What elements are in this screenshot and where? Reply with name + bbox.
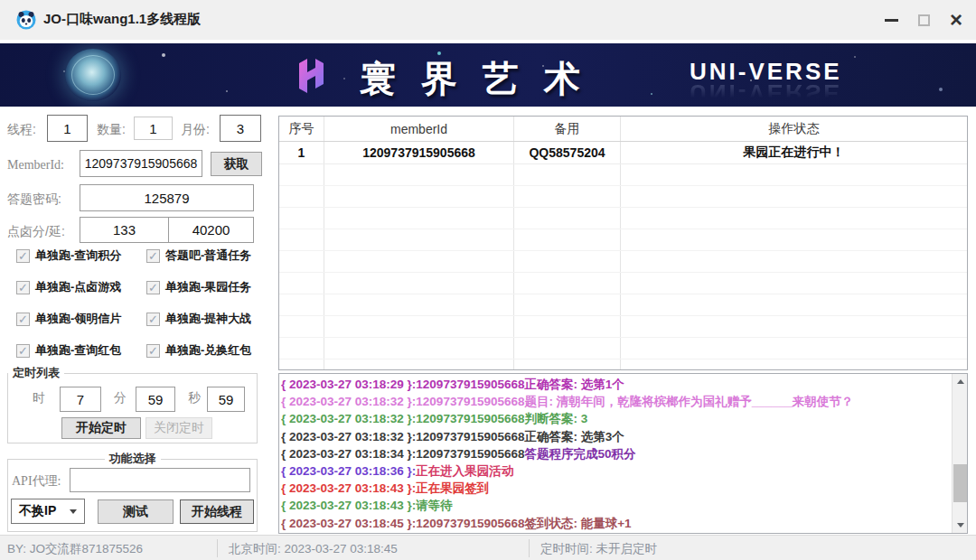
chevron-down-icon (70, 509, 77, 514)
globe-sphere-icon (65, 49, 121, 101)
banner: 寰界艺术 UNI-VERSE UNI-VERSE (0, 43, 976, 107)
table-empty-row (279, 294, 967, 316)
minute-label: 分 (114, 390, 127, 406)
task-checkbox[interactable]: ✓答题吧-普通任务 (146, 247, 251, 265)
table-empty-row (279, 338, 967, 359)
api-proxy-input[interactable] (70, 468, 250, 492)
task-checkbox-grid: ✓单独跑-查询积分✓答题吧-普通任务✓单独跑-点卤游戏✓单独跑-果园任务✓单独跑… (16, 242, 262, 369)
log-line: { 2023-03-27 03:18:32 }:1209737915905668… (281, 393, 950, 410)
task-checkbox[interactable]: ✓单独跑-果园任务 (146, 278, 251, 296)
stop-timer-button[interactable]: 关闭定时 (145, 417, 212, 439)
log-panel[interactable]: { 2023-03-27 03:18:29 }:1209737915905668… (278, 373, 968, 534)
get-button[interactable]: 获取 (211, 152, 262, 176)
table-cell: 1209737915905668 (324, 142, 514, 163)
checkbox-check-icon[interactable]: ✓ (16, 249, 30, 263)
scrollbar-thumb[interactable] (953, 464, 967, 502)
test-button[interactable]: 测试 (98, 499, 174, 524)
password-label: 答题密码: (7, 191, 61, 208)
brand-english-reflection: UNI-VERSE (690, 79, 842, 107)
close-icon: × (950, 9, 962, 31)
log-segment: { 2023-03-27 03:18:36 }: (281, 464, 416, 478)
memberid-input[interactable] (80, 150, 202, 177)
table-body: 11209737915905668QQ58575204果园正在进行中！ (279, 142, 967, 370)
function-group-label: 功能选择 (105, 451, 161, 467)
maximize-icon (918, 14, 930, 26)
checkbox-check-icon[interactable]: ✓ (146, 344, 160, 358)
count-input[interactable] (134, 117, 173, 140)
thread-input[interactable] (47, 115, 88, 142)
hour-label: 时 (33, 390, 45, 406)
log-line: { 2023-03-27 03:18:34 }:1209737915905668… (281, 445, 950, 462)
thread-label: 线程: (7, 122, 36, 138)
table-cell: 果园正在进行中！ (621, 142, 967, 163)
score-delay-label: 点卤分/延: (7, 224, 65, 240)
log-line: { 2023-03-27 03:18:32 }:1209737915905668… (281, 410, 950, 427)
table-cell: 1 (279, 142, 324, 163)
maximize-button[interactable] (906, 0, 942, 40)
checkbox-label: 单独跑-领明信片 (35, 311, 121, 327)
table-empty-row (279, 164, 967, 186)
log-segment: { 2023-03-27 03:18:29 }:1209737915905668… (281, 378, 624, 391)
ip-mode-select[interactable]: 不换IP (11, 499, 85, 524)
task-checkbox[interactable]: ✓单独跑-提神大战 (146, 310, 251, 328)
table-empty-row (279, 229, 967, 251)
log-segment: { 2023-03-27 03:18:34 }:1209737915905668 (281, 447, 524, 461)
task-checkbox[interactable]: ✓单独跑-兑换红包 (146, 341, 251, 359)
start-timer-button[interactable]: 开始定时 (61, 417, 141, 439)
second-input[interactable] (207, 387, 245, 412)
table-header-cell: 序号 (279, 117, 324, 141)
table-empty-row (279, 208, 967, 229)
titlebar: JO-口味wang1.1多线程版 × (0, 0, 976, 40)
checkbox-check-icon[interactable]: ✓ (146, 313, 160, 326)
delay-input[interactable] (168, 217, 254, 243)
checkbox-check-icon[interactable]: ✓ (146, 281, 160, 294)
log-segment: { 2023-03-27 03:18:43 }:请等待 (281, 499, 453, 512)
table-header-cell: 操作状态 (621, 117, 967, 141)
password-input[interactable] (80, 184, 254, 211)
log-segment: { 2023-03-27 03:18:32 }:1209737915905668… (281, 430, 624, 443)
checkbox-check-icon[interactable]: ✓ (16, 313, 30, 326)
minimize-button[interactable] (873, 0, 909, 40)
log-line: { 2023-03-27 03:18:43 }:正在果园签到 (281, 480, 950, 497)
start-thread-button[interactable]: 开始线程 (180, 499, 254, 524)
log-segment: { 2023-03-27 03:18:45 }:1209737915905668… (281, 517, 632, 530)
timer-group-label: 定时列表 (8, 365, 64, 381)
log-line: { 2023-03-27 03:18:36 }:正在进入果园活动 (281, 462, 950, 480)
task-checkbox[interactable]: ✓单独跑-领明信片 (16, 310, 121, 328)
checkbox-label: 答题吧-普通任务 (165, 247, 251, 264)
checkbox-check-icon[interactable]: ✓ (16, 344, 30, 358)
table-cell: QQ58575204 (514, 142, 621, 163)
hour-input[interactable] (60, 387, 101, 412)
table-empty-row (279, 273, 967, 294)
scroll-down-icon[interactable] (953, 518, 968, 533)
table-empty-row (279, 186, 967, 208)
log-segment: { 2023-03-27 03:18:43 }:正在果园签到 (281, 481, 489, 495)
table-empty-row (279, 316, 967, 338)
task-checkbox[interactable]: ✓单独跑-点卤游戏 (16, 278, 121, 296)
task-checkbox[interactable]: ✓单独跑-查询红包 (16, 341, 121, 359)
checkbox-check-icon[interactable]: ✓ (16, 281, 30, 294)
status-separator (529, 539, 530, 557)
table-row[interactable]: 11209737915905668QQ58575204果园正在进行中！ (279, 142, 967, 164)
count-label: 数量: (97, 122, 126, 138)
minute-input[interactable] (136, 387, 175, 412)
month-input[interactable] (220, 115, 261, 142)
table-empty-row (279, 359, 967, 370)
scroll-up-icon[interactable] (953, 374, 968, 389)
table-header-cell: memberId (324, 117, 514, 141)
memberid-label: MemberId: (7, 158, 64, 173)
close-button[interactable]: × (938, 0, 974, 40)
score-input[interactable] (80, 217, 169, 243)
brand-chinese: 寰界艺术 (360, 54, 605, 104)
member-table[interactable]: 序号memberId备用操作状态 11209737915905668QQ5857… (278, 116, 968, 370)
api-proxy-label: API代理: (12, 473, 61, 490)
log-scrollbar[interactable] (952, 374, 967, 533)
log-line: { 2023-03-27 03:18:43 }:请等待 (281, 497, 950, 514)
log-line: { 2023-03-27 03:18:29 }:1209737915905668… (281, 376, 950, 393)
checkbox-check-icon[interactable]: ✓ (146, 249, 160, 263)
log-segment: { 2023-03-27 03:18:32 }:1209737915905668… (281, 412, 587, 425)
second-label: 秒 (188, 390, 201, 406)
statusbar: BY: JO交流群871875526 北京时间: 2023-03-27 03:1… (0, 535, 976, 560)
log-segment: { 2023-03-27 03:18:32 }:1209737915905668… (281, 395, 853, 408)
task-checkbox[interactable]: ✓单独跑-查询积分 (16, 247, 121, 265)
